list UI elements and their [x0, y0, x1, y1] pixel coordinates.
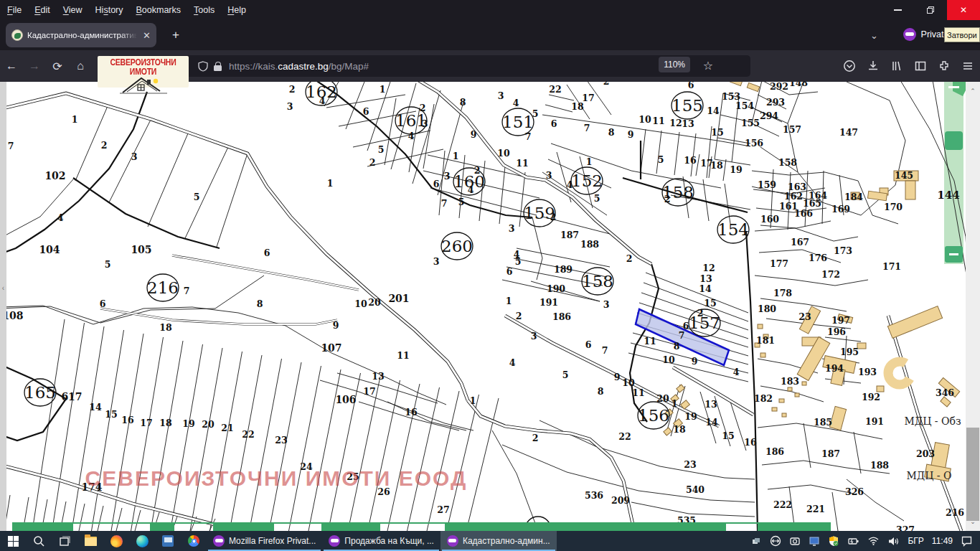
toolbar-right-icons: [843, 50, 974, 82]
browser-tab[interactable]: Кадастрално-административн ✕: [6, 23, 156, 47]
reload-button[interactable]: ⟳: [46, 60, 69, 73]
svg-text:155: 155: [672, 96, 703, 115]
svg-text:185: 185: [814, 417, 832, 428]
svg-text:159: 159: [758, 179, 776, 190]
svg-text:154: 154: [717, 220, 749, 239]
svg-text:22: 22: [242, 429, 254, 440]
lock-icon[interactable]: [214, 62, 222, 71]
notification-icon[interactable]: [961, 535, 973, 547]
svg-text:167: 167: [791, 237, 809, 248]
svg-text:326: 326: [845, 486, 864, 497]
mail-app-icon[interactable]: [155, 531, 181, 551]
map-viewport[interactable]: 1621611511551521601581591542601582161571…: [0, 82, 980, 531]
svg-text:3: 3: [546, 170, 552, 181]
new-tab-button[interactable]: +: [169, 29, 182, 42]
svg-text:201: 201: [388, 293, 409, 304]
zoom-slider-knob[interactable]: [945, 131, 963, 150]
menu-bookmarks[interactable]: Bookmarks: [131, 5, 187, 15]
svg-text:8: 8: [674, 341, 680, 352]
list-tabs-chevron-icon[interactable]: ⌄: [870, 30, 878, 41]
teamviewer-tray-icon[interactable]: [770, 535, 781, 547]
svg-text:15: 15: [722, 430, 734, 441]
svg-text:293: 293: [766, 97, 785, 108]
map-scrollbar[interactable]: ⌃ ⌄: [966, 82, 980, 531]
taskbar-button-1[interactable]: Продажба на Къщи, ...: [322, 531, 440, 551]
svg-text:4: 4: [509, 357, 516, 368]
power-tray-icon[interactable]: [847, 536, 859, 547]
hidden-icons-button[interactable]: [751, 536, 762, 547]
svg-text:209: 209: [611, 495, 630, 506]
svg-text:7: 7: [584, 123, 590, 133]
scroll-down-icon[interactable]: ⌄: [966, 518, 980, 525]
menu-file[interactable]: File: [1, 5, 27, 15]
svg-text:8: 8: [460, 97, 466, 108]
chrome-icon[interactable]: [181, 531, 207, 551]
snip-tray-icon[interactable]: [789, 535, 801, 547]
back-button[interactable]: ←: [0, 60, 23, 72]
home-button[interactable]: ⌂: [69, 60, 92, 72]
taskbar-button-0[interactable]: Mozilla Firefox Privat...: [207, 531, 322, 551]
svg-text:154: 154: [735, 100, 754, 111]
svg-text:5: 5: [378, 144, 385, 155]
menu-history[interactable]: History: [90, 5, 129, 15]
file-explorer-icon[interactable]: [77, 531, 103, 551]
volume-tray-icon[interactable]: [887, 536, 900, 547]
display-tray-icon[interactable]: [809, 535, 820, 547]
svg-text:2: 2: [664, 194, 671, 204]
restore-button[interactable]: [914, 0, 947, 20]
address-bar[interactable]: https://kais.cadastre.bg/bg/Map# 110% ☆: [108, 55, 750, 77]
svg-text:18: 18: [159, 322, 172, 333]
cadastral-map[interactable]: 1621611511551521601581591542601582161571…: [0, 82, 980, 531]
pocket-icon[interactable]: [843, 60, 856, 72]
left-panel-handle[interactable]: ‹: [0, 82, 6, 531]
svg-text:260: 260: [441, 237, 473, 255]
scroll-up-icon[interactable]: ⌃: [966, 88, 980, 95]
svg-text:15: 15: [105, 409, 117, 420]
wifi-tray-icon[interactable]: [867, 536, 880, 546]
bookmark-star-icon[interactable]: ☆: [703, 59, 713, 72]
language-indicator[interactable]: БГР: [908, 536, 923, 546]
task-view-button[interactable]: [52, 531, 77, 551]
start-button[interactable]: [0, 531, 26, 551]
clock[interactable]: 11:49: [932, 536, 953, 546]
svg-text:222: 222: [773, 499, 792, 510]
menu-view[interactable]: View: [57, 5, 88, 15]
svg-text:187: 187: [821, 448, 840, 459]
sidebar-icon[interactable]: [914, 60, 927, 72]
svg-text:196: 196: [827, 326, 846, 337]
zoom-level-badge[interactable]: 110%: [659, 57, 690, 72]
extensions-icon[interactable]: [938, 60, 951, 72]
svg-text:13: 13: [705, 399, 717, 410]
svg-text:17: 17: [140, 418, 152, 428]
menu-hamburger-icon[interactable]: [961, 60, 974, 72]
svg-text:22: 22: [618, 431, 631, 442]
forward-button[interactable]: →: [23, 60, 46, 72]
svg-text:176: 176: [809, 253, 827, 263]
menu-tools[interactable]: Tools: [188, 5, 220, 15]
minimize-button[interactable]: [881, 0, 914, 20]
library-icon[interactable]: [890, 60, 903, 72]
firefox-private-icon: [447, 535, 458, 547]
menu-help[interactable]: Help: [222, 5, 252, 15]
svg-text:19: 19: [684, 411, 697, 422]
close-button[interactable]: ✕: [947, 0, 980, 20]
edge-icon[interactable]: [129, 531, 155, 551]
shield-icon[interactable]: [198, 61, 208, 72]
defender-tray-icon[interactable]: [828, 535, 839, 547]
svg-text:16: 16: [744, 437, 757, 448]
menu-edit[interactable]: Edit: [29, 5, 56, 15]
taskbar-button-2[interactable]: Кадастрално-админ...: [440, 531, 557, 551]
scrollbar-thumb[interactable]: [966, 428, 979, 521]
svg-text:157: 157: [783, 124, 801, 135]
firefox-icon[interactable]: [103, 531, 129, 551]
windows-taskbar: Mozilla Firefox Privat...Продажба на Къщ…: [0, 531, 980, 551]
svg-text:191: 191: [540, 297, 558, 308]
search-button[interactable]: [26, 531, 52, 551]
svg-text:165: 165: [24, 383, 56, 402]
svg-text:4: 4: [567, 179, 573, 190]
svg-text:145: 145: [895, 170, 913, 181]
svg-text:156: 156: [745, 138, 763, 149]
tab-close-icon[interactable]: ✕: [143, 30, 151, 41]
download-icon[interactable]: [867, 60, 880, 72]
svg-text:12: 12: [669, 118, 682, 128]
